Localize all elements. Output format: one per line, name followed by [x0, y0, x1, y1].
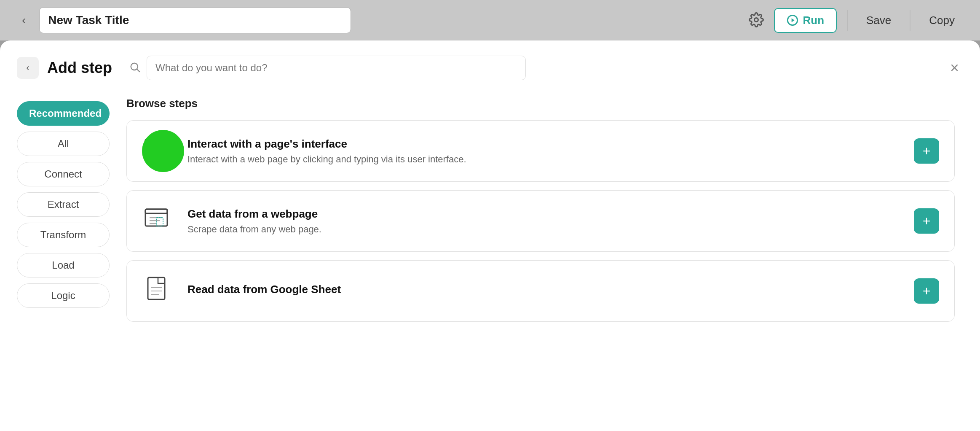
sidebar-item-label: Load: [52, 259, 74, 271]
sidebar-item-label: Extract: [48, 199, 79, 210]
step-card-interact: Interact with a page's interface Interac…: [126, 120, 955, 182]
step-info-gsheet: Read data from Google Sheet: [187, 283, 902, 299]
add-step-interact-button[interactable]: +: [914, 138, 939, 164]
add-icon: +: [923, 143, 931, 159]
add-icon: +: [923, 283, 931, 299]
run-label: Run: [803, 14, 824, 27]
step-desc-interact: Interact with a web page by clicking and…: [187, 154, 902, 165]
svg-rect-15: [148, 277, 165, 299]
modal-area: ‹ Add step × Recommended: [0, 40, 980, 431]
sidebar-item-label: Logic: [51, 290, 75, 301]
add-step-gsheet-button[interactable]: +: [914, 278, 939, 304]
gear-icon: [749, 12, 764, 27]
scrape-icon: [144, 206, 174, 236]
sidebar-item-label: Transform: [40, 229, 86, 240]
main-content: Browse steps Interact: [126, 97, 959, 423]
close-button[interactable]: ×: [950, 60, 959, 75]
dialog-back-icon: ‹: [26, 62, 29, 73]
step-icon-interact: [142, 134, 176, 168]
dialog-body: Recommended All Connect Extract Transfor…: [0, 89, 980, 431]
green-dot: [142, 130, 184, 172]
step-icon-gsheet: [142, 274, 176, 308]
step-info-scrape: Get data from a webpage Scrape data from…: [187, 207, 902, 235]
sidebar-item-connect[interactable]: Connect: [17, 162, 110, 186]
dialog-title: Add step: [47, 59, 112, 77]
dialog-back-button[interactable]: ‹: [17, 57, 39, 79]
sidebar-item-load[interactable]: Load: [17, 253, 110, 277]
sidebar-item-label: All: [58, 138, 69, 149]
sidebar-item-all[interactable]: All: [17, 132, 110, 156]
top-bar: ‹ Run Save Copy: [0, 0, 980, 40]
step-card-gsheet: Read data from Google Sheet +: [126, 260, 955, 322]
sidebar: Recommended All Connect Extract Transfor…: [17, 97, 110, 423]
divider: [847, 10, 848, 31]
sidebar-item-label: Connect: [44, 168, 82, 180]
step-name-scrape: Get data from a webpage: [187, 207, 902, 221]
copy-button[interactable]: Copy: [921, 10, 963, 31]
step-card-scrape: Get data from a webpage Scrape data from…: [126, 190, 955, 252]
step-icon-scrape: [142, 204, 176, 238]
run-button[interactable]: Run: [774, 8, 837, 33]
save-label: Save: [866, 14, 891, 27]
search-input[interactable]: [147, 56, 526, 80]
top-back-button[interactable]: ‹: [17, 10, 31, 30]
dialog-header: ‹ Add step ×: [0, 40, 980, 89]
search-area: [129, 56, 942, 80]
svg-point-3: [131, 63, 138, 70]
gsheet-icon: [144, 276, 174, 306]
search-icon: [129, 61, 141, 75]
step-info-interact: Interact with a page's interface Interac…: [187, 137, 902, 165]
step-name-gsheet: Read data from Google Sheet: [187, 283, 902, 296]
sidebar-item-recommended[interactable]: Recommended: [17, 101, 110, 126]
close-icon: ×: [950, 59, 959, 76]
sidebar-item-label: Recommended: [29, 108, 102, 119]
save-button[interactable]: Save: [858, 10, 900, 31]
run-icon: [787, 14, 798, 26]
svg-line-4: [137, 69, 139, 72]
svg-marker-2: [792, 18, 795, 22]
add-step-scrape-button[interactable]: +: [914, 208, 939, 234]
add-icon: +: [923, 213, 931, 229]
divider2: [910, 10, 910, 31]
browse-steps-title: Browse steps: [126, 97, 955, 110]
copy-label: Copy: [929, 14, 955, 27]
sidebar-item-logic[interactable]: Logic: [17, 283, 110, 308]
settings-button[interactable]: [749, 12, 764, 29]
dialog: ‹ Add step × Recommended: [0, 40, 980, 431]
sidebar-item-extract[interactable]: Extract: [17, 192, 110, 217]
svg-point-0: [755, 18, 758, 22]
top-bar-actions: Run Save Copy: [749, 8, 963, 33]
task-title-input[interactable]: [39, 7, 351, 33]
step-name-interact: Interact with a page's interface: [187, 137, 902, 151]
step-desc-scrape: Scrape data from any web page.: [187, 224, 902, 235]
sidebar-item-transform[interactable]: Transform: [17, 223, 110, 247]
